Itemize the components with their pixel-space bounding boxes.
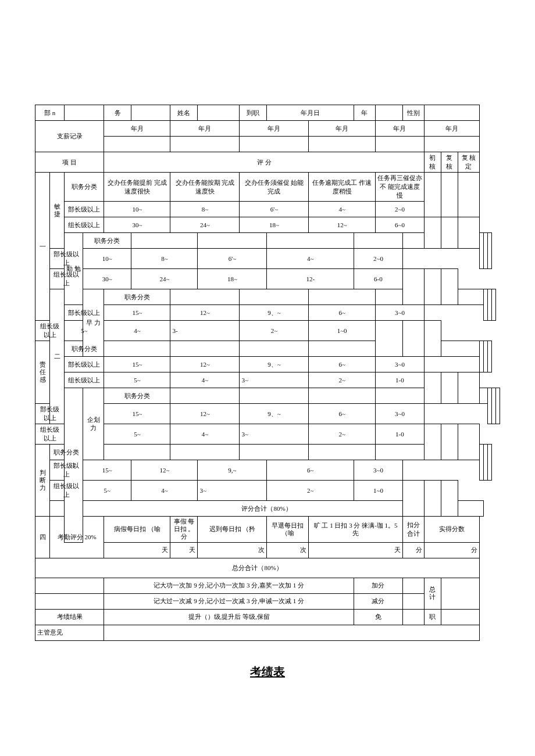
unit-point[interactable]: 分 <box>424 542 479 558</box>
year-value[interactable] <box>375 105 402 121</box>
cell[interactable] <box>483 445 487 481</box>
cell[interactable] <box>458 372 479 404</box>
cell[interactable] <box>375 388 424 404</box>
cell[interactable] <box>483 341 487 372</box>
duty-value[interactable] <box>131 105 170 121</box>
cell[interactable] <box>424 372 441 404</box>
cell: 15~ <box>104 357 170 372</box>
cell[interactable] <box>441 341 479 357</box>
cell[interactable] <box>441 217 458 249</box>
cell[interactable] <box>424 424 441 460</box>
salary-v4[interactable] <box>309 137 376 152</box>
cell[interactable] <box>458 424 479 460</box>
cell: 15~ <box>83 460 131 481</box>
cell[interactable] <box>424 173 441 217</box>
unit-day[interactable]: 天 <box>170 542 198 558</box>
cell[interactable] <box>441 424 458 460</box>
cell: 12~ <box>170 404 240 424</box>
opinion-value[interactable] <box>104 625 480 640</box>
dismiss-label: 免 <box>354 609 402 625</box>
cell[interactable] <box>487 289 491 321</box>
cell[interactable] <box>375 289 424 305</box>
col-h1: 交办任务能提前 完成速度很快 <box>104 173 170 202</box>
cell[interactable] <box>240 341 309 357</box>
cell[interactable] <box>483 233 487 269</box>
cell: 9、~ <box>240 305 309 321</box>
unit-day[interactable]: 天 <box>104 542 170 558</box>
cell[interactable] <box>104 341 170 357</box>
unit-time[interactable]: 次 <box>267 542 309 558</box>
cell[interactable] <box>240 445 309 460</box>
level2: 组长级以上 <box>35 321 65 341</box>
final-check-label: 复 核定 <box>458 152 479 173</box>
cell[interactable] <box>491 289 495 321</box>
cell: 2~0 <box>354 249 402 269</box>
cell: 30~ <box>83 269 131 289</box>
cell[interactable] <box>375 321 402 357</box>
cell[interactable] <box>240 388 309 404</box>
cell[interactable] <box>487 388 491 424</box>
cell[interactable] <box>441 173 458 217</box>
cell[interactable] <box>240 289 309 305</box>
job-label: 职 <box>424 609 441 625</box>
cell[interactable] <box>495 388 500 424</box>
cell[interactable] <box>441 372 458 404</box>
cell: 2~ <box>309 372 376 388</box>
cell[interactable] <box>309 445 376 460</box>
cell[interactable] <box>483 289 487 321</box>
cell[interactable] <box>198 233 267 249</box>
cell[interactable] <box>402 233 441 249</box>
name-value[interactable] <box>198 105 240 121</box>
level1: 部长级以上 <box>35 404 65 424</box>
cell[interactable] <box>104 445 170 460</box>
cell[interactable] <box>309 341 376 357</box>
cell[interactable] <box>402 578 424 593</box>
level1: 部长级以上 <box>65 357 104 372</box>
unit-day[interactable]: 天 <box>309 542 403 558</box>
cell[interactable] <box>424 321 441 357</box>
cell: 3~0 <box>375 404 424 424</box>
cell[interactable] <box>267 233 354 249</box>
cell[interactable] <box>441 578 479 609</box>
cell[interactable] <box>441 609 479 625</box>
cell[interactable] <box>402 593 424 609</box>
cell[interactable] <box>354 233 402 249</box>
cell[interactable] <box>487 445 491 481</box>
cell[interactable] <box>375 445 424 460</box>
cell[interactable] <box>458 289 483 305</box>
unit-time[interactable]: 次 <box>198 542 267 558</box>
opinion-label: 主管意见 <box>35 625 104 640</box>
cell[interactable] <box>479 233 483 269</box>
cell[interactable] <box>458 217 479 249</box>
cell[interactable] <box>487 233 491 269</box>
cell[interactable] <box>170 445 240 460</box>
cell[interactable] <box>170 289 240 305</box>
cell[interactable] <box>491 388 495 424</box>
dept-value[interactable] <box>65 105 104 121</box>
salary-v6[interactable] <box>424 137 479 152</box>
cell[interactable] <box>479 341 483 372</box>
cell[interactable] <box>170 341 240 357</box>
salary-v1[interactable] <box>104 137 170 152</box>
cell[interactable] <box>479 388 487 404</box>
deduct-total-label: 扣分合计 <box>402 517 424 543</box>
cell[interactable] <box>35 578 104 593</box>
cell[interactable] <box>309 388 376 404</box>
cell[interactable] <box>309 289 376 305</box>
bonus-sub-label: 减分 <box>354 593 402 609</box>
cell[interactable] <box>458 173 479 217</box>
cell[interactable] <box>479 445 483 481</box>
cell[interactable] <box>35 593 104 609</box>
cell[interactable] <box>402 321 424 357</box>
unit-point[interactable]: 分 <box>402 542 424 558</box>
salary-v5[interactable] <box>375 137 424 152</box>
cell[interactable] <box>402 609 424 625</box>
salary-v2[interactable] <box>170 137 240 152</box>
cell[interactable] <box>131 233 198 249</box>
cell[interactable] <box>424 269 441 305</box>
cell[interactable] <box>170 388 240 404</box>
gender-value[interactable] <box>424 105 479 121</box>
salary-v3[interactable] <box>240 137 309 152</box>
cell[interactable] <box>487 341 491 372</box>
cell[interactable] <box>441 269 458 305</box>
